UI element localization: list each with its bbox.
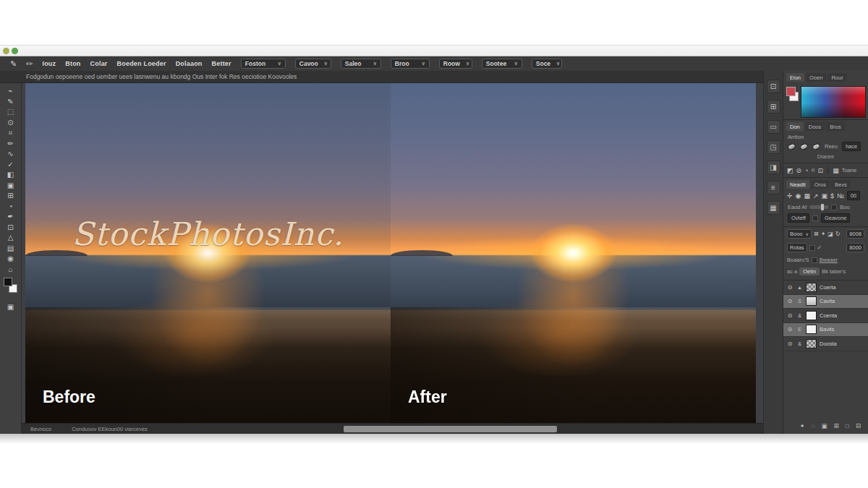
selection-tool-icon[interactable]: ⊡ bbox=[0, 223, 21, 234]
dropdown-4[interactable]: Roow∨ bbox=[439, 59, 472, 69]
opacity-value[interactable]: 8008 bbox=[846, 229, 864, 239]
shape-tool-icon[interactable]: △ bbox=[0, 233, 21, 244]
history-panel-icon[interactable]: ⊡ bbox=[767, 80, 780, 93]
gradient-tool-icon[interactable]: ◧ bbox=[0, 170, 21, 181]
menu-item-3[interactable]: Boeden Loeder bbox=[117, 60, 166, 67]
grid-tool-icon[interactable]: ⊞ bbox=[0, 191, 21, 202]
filter-button[interactable]: Oetin bbox=[799, 267, 820, 275]
check-icon[interactable]: ✓ bbox=[817, 244, 822, 251]
dropdown-2[interactable]: Saleo∨ bbox=[341, 59, 381, 69]
arrow-icon[interactable]: ↗ bbox=[813, 192, 819, 200]
select-icon[interactable]: ◩ bbox=[787, 167, 793, 174]
tab-brushes[interactable]: Don bbox=[786, 122, 804, 131]
layer-row-2[interactable]: ⊙ & Coenta bbox=[783, 309, 868, 323]
checkmark-tool-icon[interactable]: ✓ bbox=[0, 160, 21, 171]
actions-panel-icon[interactable]: ≡ bbox=[767, 181, 780, 194]
layer-thumbnail[interactable] bbox=[806, 325, 817, 334]
layer-effects-icon[interactable]: ◌ bbox=[812, 422, 815, 429]
navigator-panel-icon[interactable]: ▭ bbox=[767, 120, 780, 134]
visibility-eye-icon[interactable]: ⊙ bbox=[786, 341, 793, 347]
tab-adjust[interactable]: Oros bbox=[811, 180, 830, 189]
thumbnail-grid-icon[interactable]: ▦ bbox=[833, 167, 839, 174]
foreground-color-swatch[interactable] bbox=[4, 278, 12, 286]
horizontal-scrollbar-thumb[interactable] bbox=[344, 426, 557, 432]
layer-thumbnail[interactable] bbox=[806, 296, 817, 306]
move-icon[interactable]: ✛ bbox=[787, 192, 793, 200]
hand-tool-icon[interactable]: ⌂ bbox=[0, 265, 21, 275]
tab-color[interactable]: Eion bbox=[786, 73, 804, 82]
dropdown-1[interactable]: Cavoo∨ bbox=[295, 59, 331, 69]
lock-label-2[interactable]: Bwaaer bbox=[820, 257, 838, 263]
pencil-tool-icon[interactable]: ✏ bbox=[0, 139, 21, 150]
zoom-level-text[interactable]: Bevnoco bbox=[30, 426, 51, 432]
dropdown-6[interactable]: Soce∨ bbox=[532, 59, 562, 69]
window-control-dot-green[interactable] bbox=[12, 48, 18, 54]
menu-item-1[interactable]: Bton bbox=[65, 60, 80, 67]
channels-panel-icon[interactable]: ◳ bbox=[767, 140, 780, 154]
pencil-tool-icon[interactable]: ✎ bbox=[10, 59, 17, 69]
brush-preset-select[interactable]: hace bbox=[842, 142, 861, 151]
visibility-eye-icon[interactable]: ⊙ bbox=[786, 284, 793, 291]
dropdown-5[interactable]: Sootee∨ bbox=[482, 59, 522, 69]
layer-thumbnail[interactable] bbox=[806, 311, 817, 320]
window-control-dot-olive[interactable] bbox=[3, 48, 9, 54]
stamp-tool-icon[interactable]: ▣ bbox=[0, 181, 21, 192]
lock-all-icon[interactable]: ↻ bbox=[835, 231, 841, 237]
layer-thumbnail[interactable] bbox=[806, 339, 817, 348]
grid-icon[interactable]: ⌗ bbox=[812, 166, 815, 174]
crop-tool-icon[interactable]: ⌗ bbox=[0, 128, 21, 139]
property-1-slider[interactable] bbox=[809, 205, 828, 209]
spot-heal-tool-icon[interactable]: ⊙ bbox=[0, 118, 21, 129]
color-gradient-field[interactable] bbox=[801, 86, 866, 118]
tab-gradients[interactable]: Rour bbox=[827, 73, 846, 82]
delete-layer-icon[interactable]: ⊟ bbox=[856, 422, 861, 429]
brush-tip-icon[interactable] bbox=[799, 142, 809, 151]
mesh-icon[interactable]: ▦ bbox=[804, 192, 810, 200]
checkbox[interactable] bbox=[831, 205, 837, 210]
layer-row-0[interactable]: ⊙ ▲ Coerta bbox=[783, 281, 868, 295]
dollar-icon[interactable]: $ bbox=[830, 192, 834, 200]
menu-item-0[interactable]: Iouz bbox=[42, 60, 56, 67]
marquee-tool-icon[interactable]: ⬚ bbox=[0, 107, 21, 118]
clone-icon[interactable]: ◔ bbox=[804, 167, 808, 174]
dodge-tool-icon[interactable]: ◔ bbox=[0, 202, 21, 213]
layer-row-3[interactable]: ⊙ E Bavits bbox=[783, 323, 868, 338]
tab-library[interactable]: Bevs bbox=[831, 180, 851, 189]
frame-icon[interactable]: ⊡ bbox=[818, 167, 824, 174]
menu-item-4[interactable]: Dolaaon bbox=[176, 60, 203, 67]
dropdown-3[interactable]: Broo∨ bbox=[391, 59, 430, 69]
property-2-field[interactable]: Ovteff bbox=[788, 213, 809, 223]
checkbox[interactable] bbox=[809, 245, 815, 251]
after-image[interactable]: After bbox=[391, 83, 756, 423]
adjustment-layer-icon[interactable]: ⊞ bbox=[834, 422, 839, 429]
pattern-tool-icon[interactable]: ▤ bbox=[0, 244, 21, 254]
tab-swatches[interactable]: Ooen bbox=[806, 73, 826, 82]
layer-row-4[interactable]: ⊙ & Doosta bbox=[783, 337, 868, 351]
number-icon[interactable]: № bbox=[837, 192, 844, 200]
brush-tool-icon[interactable]: ✏ bbox=[26, 59, 33, 69]
layer-row-1[interactable]: ⊙ S Cavita bbox=[783, 295, 868, 309]
eye-tool-icon[interactable]: ◉ bbox=[0, 254, 21, 265]
dropdown-0[interactable]: Foston∨ bbox=[241, 59, 286, 69]
lock-transparency-icon[interactable]: ⊠ bbox=[814, 231, 819, 237]
menu-item-5[interactable]: Better bbox=[212, 60, 231, 67]
quick-mask-icon[interactable]: ▣ bbox=[0, 302, 21, 313]
adjustments-panel-icon[interactable]: ◨ bbox=[767, 160, 780, 174]
fill-select[interactable]: Rotas bbox=[787, 243, 807, 252]
color-swatches[interactable] bbox=[3, 278, 19, 295]
tab-brush-settings[interactable]: Doos bbox=[805, 122, 825, 131]
paths-panel-icon[interactable]: ▦ bbox=[767, 201, 780, 215]
visibility-eye-icon[interactable]: ⊙ bbox=[786, 298, 793, 304]
document-canvas[interactable]: StockPhotosInc. Before After bbox=[22, 83, 763, 423]
visibility-eye-icon[interactable]: ⊙ bbox=[786, 312, 793, 319]
link-layers-icon[interactable]: ✦ bbox=[799, 422, 804, 429]
fill-value[interactable]: 8000 bbox=[846, 243, 864, 252]
new-layer-icon[interactable]: □ bbox=[846, 422, 849, 429]
layer-thumbnail[interactable] bbox=[806, 283, 817, 292]
pen-tool-icon[interactable]: ✎ bbox=[0, 97, 21, 108]
lock-pixels-icon[interactable]: ✦ bbox=[821, 231, 826, 237]
lock-position-icon[interactable]: ◪ bbox=[827, 231, 833, 237]
box-icon[interactable]: ▣ bbox=[821, 192, 827, 200]
tab-properties[interactable]: Neadti bbox=[786, 180, 809, 189]
info-panel-icon[interactable]: ⊞ bbox=[767, 100, 780, 114]
